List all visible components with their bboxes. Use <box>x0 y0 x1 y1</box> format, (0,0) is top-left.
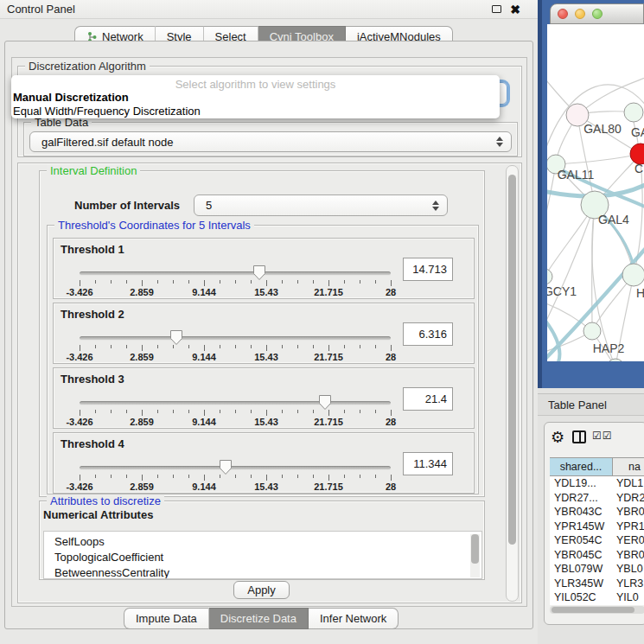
node-table: shared... na YDL19...YDL1YDR27...YDR2YBR… <box>550 457 644 605</box>
network-node-hap2[interactable] <box>583 322 601 340</box>
node-label: GA <box>631 125 644 139</box>
table-row[interactable]: YIL052CYIL0 <box>550 590 644 605</box>
table-row[interactable]: YBL079WYBL0 <box>550 562 644 577</box>
slider-tick <box>142 410 143 416</box>
slider-tick <box>95 280 96 284</box>
table-cell[interactable]: YER0 <box>613 533 644 548</box>
table-row[interactable]: YER054CYER0 <box>550 533 644 548</box>
slider-tick <box>126 475 127 478</box>
algorithm-dropdown-popup: Select algorithm to view settings Manual… <box>11 75 500 118</box>
table-cell[interactable]: YDL1 <box>613 476 644 491</box>
slider-tick-labels: -3.4262.8599.14415.4321.71528 <box>80 481 391 492</box>
slider-tick-label: 2.859 <box>130 481 154 492</box>
slider-tick <box>313 345 314 348</box>
table-cell[interactable]: YIL052C <box>550 590 613 605</box>
list-scrollbar-thumb[interactable] <box>471 534 479 564</box>
network-window-titlebar[interactable] <box>550 3 644 24</box>
table-cell[interactable]: YPR1 <box>613 520 644 534</box>
attribute-item[interactable]: SelfLoops <box>44 534 481 550</box>
network-node[interactable] <box>607 359 624 361</box>
table-row[interactable]: YBR043CYBR0 <box>550 505 644 520</box>
zoom-traffic-light-icon[interactable] <box>592 9 603 19</box>
slider-tick <box>157 410 158 413</box>
tab-discretize-data[interactable]: Discretize Data <box>209 608 309 629</box>
table-cell[interactable]: YER054C <box>550 533 613 548</box>
table-cell[interactable]: YDL19... <box>550 476 613 491</box>
slider-tick <box>95 345 96 348</box>
table-hscrollbar[interactable] <box>550 606 644 614</box>
slider-tick <box>375 410 376 413</box>
slider-tick <box>344 280 345 284</box>
slider-tick-label: -3.426 <box>66 287 92 297</box>
slider-tick <box>142 280 143 286</box>
table-cell[interactable]: YBR0 <box>613 505 644 520</box>
table-cell[interactable]: YBL0 <box>613 562 644 577</box>
threshold-value-field[interactable]: 21.4 <box>403 387 453 411</box>
network-node-gcy1[interactable] <box>547 269 552 284</box>
network-canvas[interactable]: GAL80GACGAL11GAL4GCY1HHAP2 <box>547 24 644 361</box>
table-cell[interactable]: YBR0 <box>613 548 644 563</box>
slider-tick <box>173 410 174 413</box>
attribute-item[interactable]: BetweennessCentrality <box>44 565 481 579</box>
table-cell[interactable]: YIL0 <box>613 590 644 605</box>
minimize-traffic-light-icon[interactable] <box>575 9 585 19</box>
float-window-icon[interactable] <box>492 5 501 13</box>
threshold-slider-track[interactable] <box>80 401 391 405</box>
threshold-value-field[interactable]: 11.344 <box>403 452 453 475</box>
network-node-h[interactable] <box>622 264 644 286</box>
table-row[interactable]: YPR145WYPR1 <box>550 520 644 534</box>
gear-icon[interactable]: ⚙ <box>551 428 564 447</box>
threshold-value-field[interactable]: 14.713 <box>403 258 453 281</box>
list-scrollbar[interactable] <box>470 534 480 577</box>
close-icon[interactable]: ✖ <box>510 3 520 16</box>
table-row[interactable]: YDR27...YDR2 <box>550 491 644 506</box>
threshold-slider-track[interactable] <box>80 466 391 470</box>
slider-tick <box>251 280 252 284</box>
settings-scrollbar-thumb[interactable] <box>508 175 516 545</box>
attributes-list[interactable]: SelfLoopsTopologicalCoefficientBetweenne… <box>43 531 482 579</box>
table-cell[interactable]: YBR045C <box>550 548 613 563</box>
table-toolbar: ⚙ ☑☑ <box>545 427 644 450</box>
table-cell[interactable]: YBR043C <box>550 505 613 520</box>
slider-tick <box>313 475 314 478</box>
slider-tick <box>188 410 189 413</box>
close-traffic-light-icon[interactable] <box>558 9 568 19</box>
table-data-combobox[interactable]: galFiltered.sif default node <box>29 131 512 152</box>
tab-label: Infer Network <box>320 612 386 625</box>
slider-tick <box>126 280 127 284</box>
slider-ticks <box>80 280 391 287</box>
slider-tick <box>173 280 174 284</box>
column-header-shared[interactable]: shared... <box>550 458 613 475</box>
tab-impute-data[interactable]: Impute Data <box>124 608 209 629</box>
column-header-name[interactable]: na <box>613 458 644 475</box>
table-row[interactable]: YBR045CYBR0 <box>550 548 644 563</box>
table-hscrollbar-thumb[interactable] <box>552 607 634 613</box>
slider-tick <box>360 345 360 348</box>
columns-icon[interactable] <box>572 430 586 443</box>
select-columns-checkbox-icons[interactable]: ☑☑ <box>592 430 613 442</box>
network-node-ga[interactable] <box>624 103 643 122</box>
table-cell[interactable]: YLR3 <box>613 577 644 591</box>
apply-button[interactable]: Apply <box>233 581 290 599</box>
table-cell[interactable]: YLR345W <box>550 577 613 591</box>
threshold-value-field[interactable]: 6.316 <box>403 322 453 346</box>
slider-tick <box>297 410 298 413</box>
table-row[interactable]: YDL19...YDL1 <box>550 476 644 491</box>
tab-infer-network[interactable]: Infer Network <box>309 608 399 629</box>
table-row[interactable]: YLR345WYLR3 <box>550 577 644 591</box>
table-cell[interactable]: YDR27... <box>550 491 613 506</box>
threshold-slider-track[interactable] <box>80 336 391 341</box>
dropdown-item-manual-discretization[interactable]: Manual Discretization <box>13 91 129 104</box>
slider-tick <box>251 345 252 348</box>
slider-tick <box>95 475 96 478</box>
attribute-item[interactable]: TopologicalCoefficient <box>44 550 481 565</box>
table-cell[interactable]: YPR145W <box>550 520 613 534</box>
table-cell[interactable]: YDR2 <box>613 491 644 506</box>
dropdown-item-equal-width-frequency[interactable]: Equal Width/Frequency Discretization <box>13 105 201 118</box>
num-intervals-combobox[interactable]: 5 <box>194 194 448 216</box>
table-cell[interactable]: YBL079W <box>550 562 613 577</box>
threshold-slider-track[interactable] <box>80 271 391 276</box>
settings-scrollbar[interactable] <box>506 165 519 602</box>
dropdown-prompt-item[interactable]: Select algorithm to view settings <box>11 78 500 91</box>
control-panel-titlebar: Control Panel ✖ <box>0 0 538 19</box>
